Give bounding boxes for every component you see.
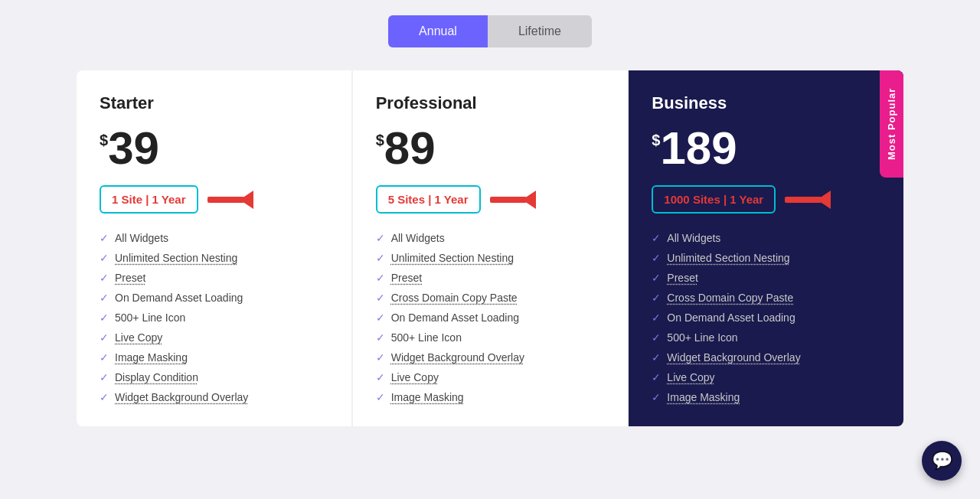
- lifetime-toggle-button[interactable]: Lifetime: [488, 15, 592, 47]
- billing-toggle: Annual Lifetime: [388, 15, 592, 47]
- list-item: ✓ Live Copy: [652, 371, 880, 383]
- check-icon: ✓: [652, 232, 661, 244]
- list-item: ✓ Cross Domain Copy Paste: [652, 292, 880, 304]
- list-item: ✓ Image Masking: [100, 351, 328, 364]
- feature-text[interactable]: Preset: [391, 272, 422, 284]
- check-icon: ✓: [100, 232, 109, 244]
- check-icon: ✓: [376, 391, 385, 403]
- most-popular-ribbon: Most Popular: [880, 70, 903, 178]
- feature-text: All Widgets: [391, 232, 445, 244]
- check-icon: ✓: [100, 331, 109, 344]
- list-item: ✓ Widget Background Overlay: [100, 391, 328, 403]
- annual-toggle-button[interactable]: Annual: [388, 15, 488, 47]
- list-item: ✓ Preset: [100, 272, 328, 284]
- business-pricing-badge[interactable]: 1000 Sites | 1 Year: [652, 185, 776, 214]
- feature-text: 500+ Line Icon: [667, 331, 737, 344]
- check-icon: ✓: [100, 272, 109, 284]
- list-item: ✓ Image Masking: [376, 391, 605, 403]
- check-icon: ✓: [376, 292, 385, 304]
- professional-price-row: $ 89: [376, 126, 605, 171]
- list-item: ✓ 500+ Line Icon: [652, 331, 880, 344]
- check-icon: ✓: [376, 371, 385, 383]
- list-item: ✓ Preset: [652, 272, 880, 284]
- starter-plan-name: Starter: [100, 93, 328, 113]
- list-item: ✓ Live Copy: [100, 331, 328, 344]
- check-icon: ✓: [652, 272, 661, 284]
- feature-text[interactable]: Widget Background Overlay: [115, 391, 248, 403]
- feature-text[interactable]: Live Copy: [667, 371, 714, 383]
- feature-text[interactable]: Unlimited Section Nesting: [115, 252, 237, 264]
- starter-pricing-badge[interactable]: 1 Site | 1 Year: [100, 185, 198, 214]
- list-item: ✓ Display Condition: [100, 371, 328, 383]
- check-icon: ✓: [100, 371, 109, 383]
- check-icon: ✓: [652, 371, 661, 383]
- check-icon: ✓: [652, 292, 661, 304]
- list-item: ✓ Image Masking: [652, 391, 880, 403]
- starter-badge-row: 1 Site | 1 Year: [100, 185, 328, 214]
- business-dollar-sign: $: [652, 132, 660, 149]
- check-icon: ✓: [376, 351, 385, 364]
- feature-text[interactable]: Image Masking: [115, 351, 188, 364]
- check-icon: ✓: [652, 391, 661, 403]
- feature-text[interactable]: Widget Background Overlay: [667, 351, 800, 364]
- list-item: ✓ 500+ Line Icon: [100, 311, 328, 324]
- professional-features-list: ✓ All Widgets ✓ Unlimited Section Nestin…: [376, 232, 605, 403]
- check-icon: ✓: [100, 311, 109, 324]
- feature-text: On Demand Asset Loading: [391, 311, 519, 324]
- business-price-amount: 189: [660, 126, 737, 171]
- check-icon: ✓: [100, 292, 109, 304]
- chat-bubble-button[interactable]: 💬: [922, 441, 962, 481]
- list-item: ✓ Widget Background Overlay: [376, 351, 605, 364]
- feature-text[interactable]: Cross Domain Copy Paste: [667, 292, 793, 304]
- feature-text[interactable]: Preset: [115, 272, 145, 284]
- list-item: ✓ Unlimited Section Nesting: [100, 252, 328, 264]
- feature-text: On Demand Asset Loading: [115, 292, 243, 304]
- check-icon: ✓: [100, 351, 109, 364]
- list-item: ✓ Live Copy: [376, 371, 605, 383]
- check-icon: ✓: [376, 232, 385, 244]
- check-icon: ✓: [376, 311, 385, 324]
- business-plan-name: Business: [652, 93, 880, 113]
- check-icon: ✓: [100, 252, 109, 264]
- professional-dollar-sign: $: [376, 132, 384, 149]
- feature-text[interactable]: Cross Domain Copy Paste: [391, 292, 518, 304]
- list-item: ✓ On Demand Asset Loading: [376, 311, 605, 324]
- feature-text[interactable]: Preset: [667, 272, 697, 284]
- list-item: ✓ Unlimited Section Nesting: [652, 252, 880, 264]
- feature-text[interactable]: Unlimited Section Nesting: [667, 252, 789, 264]
- professional-plan-card: Professional $ 89 5 Sites | 1 Year ✓ All…: [353, 70, 628, 426]
- professional-pricing-badge[interactable]: 5 Sites | 1 Year: [376, 185, 481, 214]
- feature-text[interactable]: Widget Background Overlay: [391, 351, 524, 364]
- feature-text: 500+ Line Icon: [391, 331, 462, 344]
- starter-price-row: $ 39: [100, 126, 328, 171]
- feature-text: On Demand Asset Loading: [667, 311, 795, 324]
- check-icon: ✓: [652, 311, 661, 324]
- feature-text[interactable]: Display Condition: [115, 371, 198, 383]
- business-plan-card: Most Popular Business $ 189 1000 Sites |…: [629, 70, 903, 426]
- list-item: ✓ Cross Domain Copy Paste: [376, 292, 605, 304]
- starter-price-amount: 39: [108, 126, 159, 171]
- check-icon: ✓: [652, 351, 661, 364]
- feature-text[interactable]: Image Masking: [391, 391, 464, 403]
- business-badge-row: 1000 Sites | 1 Year: [652, 185, 880, 214]
- professional-plan-name: Professional: [376, 93, 605, 113]
- check-icon: ✓: [652, 331, 661, 344]
- feature-text: All Widgets: [115, 232, 168, 244]
- starter-features-list: ✓ All Widgets ✓ Unlimited Section Nestin…: [100, 232, 328, 403]
- list-item: ✓ Widget Background Overlay: [652, 351, 880, 364]
- starter-plan-card: Starter $ 39 1 Site | 1 Year ✓ All Widge…: [77, 70, 351, 426]
- feature-text[interactable]: Unlimited Section Nesting: [391, 252, 514, 264]
- starter-arrow-icon: [207, 192, 253, 207]
- check-icon: ✓: [376, 272, 385, 284]
- feature-text[interactable]: Live Copy: [115, 331, 162, 344]
- feature-text: All Widgets: [667, 232, 720, 244]
- professional-arrow-icon: [490, 192, 536, 207]
- list-item: ✓ On Demand Asset Loading: [652, 311, 880, 324]
- plans-container: Starter $ 39 1 Site | 1 Year ✓ All Widge…: [77, 70, 903, 426]
- feature-text[interactable]: Image Masking: [667, 391, 740, 403]
- check-icon: ✓: [376, 252, 385, 264]
- professional-badge-row: 5 Sites | 1 Year: [376, 185, 605, 214]
- feature-text[interactable]: Live Copy: [391, 371, 439, 383]
- business-features-list: ✓ All Widgets ✓ Unlimited Section Nestin…: [652, 232, 880, 403]
- list-item: ✓ On Demand Asset Loading: [100, 292, 328, 304]
